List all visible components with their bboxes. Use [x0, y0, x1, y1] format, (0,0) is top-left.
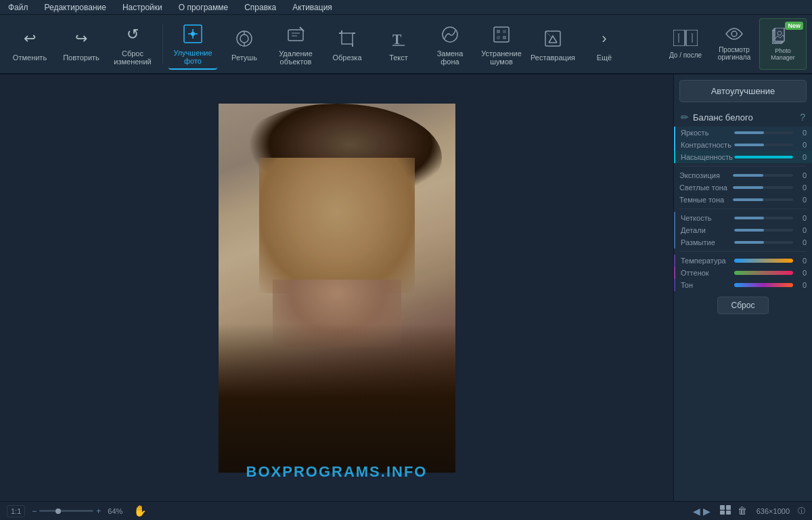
svg-text:T: T: [392, 32, 402, 47]
contrast-fill: [734, 144, 764, 146]
slider-divider-2: [679, 209, 807, 209]
temperature-slider-row[interactable]: Температура 0: [674, 255, 812, 267]
right-panel: Автоулучшение ✏ Баланс белого ? Яркость …: [673, 74, 812, 501]
retouch-button[interactable]: Ретушь: [220, 18, 269, 70]
details-slider-row[interactable]: Детали 0: [674, 224, 812, 236]
status-right: ◀ ▶ 🗑 636×1000 ⓘ: [693, 504, 805, 518]
contrast-slider-row[interactable]: Контрастность 0: [674, 139, 812, 151]
highlights-track[interactable]: [733, 186, 793, 189]
highlights-label: Светлые тона: [679, 183, 730, 192]
panel-reset-button[interactable]: Сброс: [717, 297, 769, 314]
contrast-label: Контрастность: [681, 141, 731, 149]
undo-button[interactable]: ↩ Отменить: [5, 18, 54, 70]
redo-button[interactable]: ↪ Повторить: [57, 18, 106, 70]
menu-file[interactable]: Файл: [5, 1, 31, 14]
tone-slider-row[interactable]: Тон 0: [674, 279, 812, 291]
exposure-track[interactable]: [733, 174, 793, 177]
exposure-label: Экспозиция: [679, 171, 730, 179]
temperature-track[interactable]: [734, 259, 793, 263]
blur-slider-row[interactable]: Размытие 0: [674, 236, 812, 248]
eye-icon: [725, 27, 744, 44]
tint-slider-row[interactable]: Оттенок 0: [674, 267, 812, 279]
help-icon[interactable]: ?: [800, 112, 805, 123]
enhance-button[interactable]: Улучшение фото: [168, 18, 217, 70]
auto-enhance-button[interactable]: Автоулучшение: [679, 80, 807, 102]
tone-track[interactable]: [734, 283, 793, 287]
thumbnails-button[interactable]: [719, 504, 732, 518]
retouch-icon: [232, 26, 256, 51]
reset-icon: ↺: [120, 22, 145, 47]
slider-divider-1: [679, 166, 807, 167]
info-icon[interactable]: ⓘ: [798, 506, 805, 516]
canvas-area[interactable]: BOXPROGRAMS.INFO: [0, 74, 673, 501]
saturation-track[interactable]: [734, 156, 793, 158]
brightness-value: 0: [796, 129, 807, 137]
fit-button[interactable]: 1:1: [7, 505, 25, 517]
enhance-icon: [181, 22, 205, 46]
delete-button[interactable]: 🗑: [736, 504, 748, 518]
details-track[interactable]: [734, 229, 793, 232]
nav-prev-button[interactable]: ◀: [693, 506, 700, 517]
menu-edit[interactable]: Редактирование: [42, 1, 109, 14]
tone-fill: [734, 283, 793, 287]
menu-about[interactable]: О программе: [176, 1, 231, 14]
menu-settings[interactable]: Настройки: [120, 1, 165, 14]
brightness-track[interactable]: [734, 131, 793, 134]
photo-manager-button[interactable]: New Photo Manager: [759, 18, 807, 70]
reset-button[interactable]: ↺ Сброс изменений: [108, 18, 157, 70]
svg-rect-20: [494, 27, 509, 42]
contrast-track[interactable]: [734, 144, 793, 146]
zoom-in-icon[interactable]: +: [96, 506, 101, 516]
blur-label: Размытие: [681, 238, 731, 246]
highlights-slider-row[interactable]: Светлые тона 0: [674, 181, 812, 194]
menu-activation[interactable]: Активация: [290, 1, 335, 14]
exposure-slider-row[interactable]: Экспозиция 0: [674, 169, 812, 181]
brightness-label: Яркость: [681, 129, 731, 137]
temperature-fill: [734, 259, 793, 263]
white-balance-header: ✏ Баланс белого ?: [674, 108, 812, 127]
nav-next-button[interactable]: ▶: [703, 506, 710, 517]
shadows-track[interactable]: [733, 198, 793, 201]
shadows-slider-row[interactable]: Темные тона 0: [674, 194, 812, 206]
zoom-thumb[interactable]: [55, 508, 61, 514]
svg-rect-12: [342, 33, 353, 44]
svg-rect-23: [497, 36, 500, 39]
zoom-track[interactable]: [39, 510, 93, 512]
menu-help[interactable]: Справка: [242, 1, 279, 14]
sharpness-track[interactable]: [734, 217, 793, 219]
photo-image: [219, 104, 455, 473]
zoom-out-icon[interactable]: −: [32, 506, 37, 516]
restore-icon: [541, 26, 565, 51]
replace-bg-button[interactable]: Замена фона: [426, 18, 474, 70]
toolbar-divider-1: [162, 24, 163, 64]
zoom-level-label: 64%: [108, 507, 122, 515]
text-button[interactable]: T Текст: [374, 18, 423, 70]
blur-fill: [734, 241, 764, 244]
crop-button[interactable]: Обрезка: [323, 18, 371, 70]
blur-track[interactable]: [734, 241, 793, 244]
toolbar: ↩ Отменить ↪ Повторить ↺ Сброс изменений…: [0, 15, 812, 74]
remove-objects-button[interactable]: Удаление объектов: [271, 18, 320, 70]
brightness-slider-row[interactable]: Яркость 0: [674, 127, 812, 139]
sharpness-slider-row[interactable]: Четкость 0: [674, 212, 812, 224]
zoom-slider[interactable]: − +: [32, 506, 101, 516]
tint-value: 0: [796, 269, 807, 277]
undo-icon: ↩: [18, 26, 42, 51]
svg-rect-39: [726, 511, 731, 515]
original-button[interactable]: Просмотр оригинала: [710, 18, 758, 70]
more-button[interactable]: › Ещё: [580, 18, 629, 70]
slider-divider-3: [679, 251, 807, 252]
tint-track[interactable]: [734, 271, 793, 275]
denoise-icon: [489, 22, 514, 47]
exposure-value: 0: [796, 171, 807, 179]
restore-button[interactable]: Реставрация: [528, 18, 577, 70]
photo-container: [219, 104, 455, 473]
hand-tool-icon[interactable]: ✋: [133, 504, 147, 517]
saturation-slider-row[interactable]: Насыщенность 0: [674, 151, 812, 163]
shadows-fill: [733, 198, 763, 201]
tint-fill: [734, 271, 793, 275]
denoise-button[interactable]: Устранение шумов: [477, 18, 526, 70]
chevron-down-icon: ›: [592, 26, 616, 51]
svg-rect-34: [775, 28, 784, 41]
before-after-button[interactable]: До / после: [662, 18, 709, 70]
